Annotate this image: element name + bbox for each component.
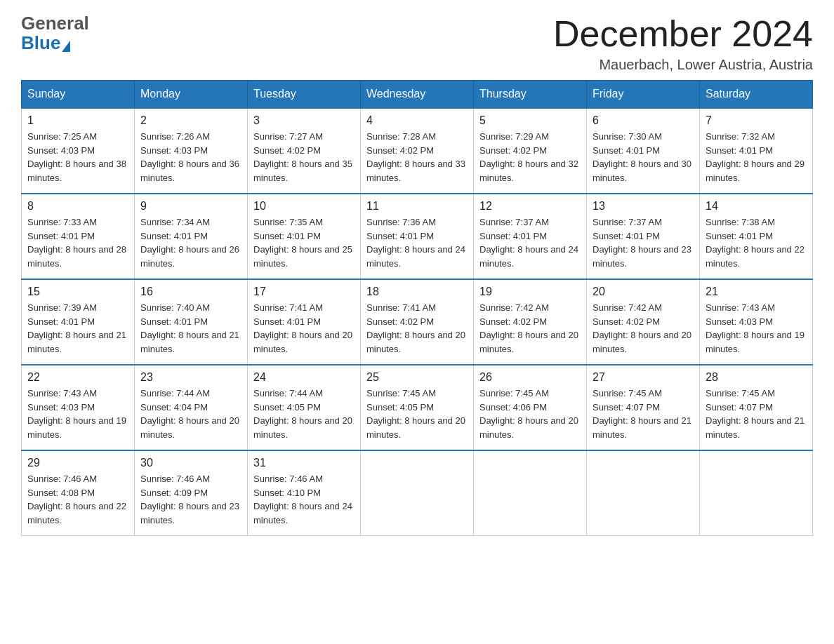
calendar-cell: 15 Sunrise: 7:39 AM Sunset: 4:01 PM Dayl…: [22, 279, 135, 365]
day-info: Sunrise: 7:45 AM Sunset: 4:05 PM Dayligh…: [366, 387, 468, 441]
sunrise-label: Sunrise: 7:43 AM: [27, 388, 97, 398]
calendar-cell: 4 Sunrise: 7:28 AM Sunset: 4:02 PM Dayli…: [361, 108, 474, 194]
sunset-label: Sunset: 4:01 PM: [140, 316, 208, 327]
logo-line1: General: [21, 14, 89, 32]
day-number: 29: [27, 457, 128, 469]
day-info: Sunrise: 7:46 AM Sunset: 4:08 PM Dayligh…: [27, 472, 128, 527]
sunset-label: Sunset: 4:09 PM: [140, 488, 208, 498]
sunset-label: Sunset: 4:01 PM: [253, 316, 321, 327]
day-number: 11: [366, 200, 468, 213]
sunset-label: Sunset: 4:05 PM: [253, 402, 321, 412]
daylight-label: Daylight: 8 hours and 19 minutes.: [706, 330, 805, 354]
day-info: Sunrise: 7:32 AM Sunset: 4:01 PM Dayligh…: [706, 130, 807, 185]
sunrise-label: Sunrise: 7:29 AM: [479, 131, 549, 142]
day-number: 21: [706, 286, 807, 298]
sunrise-label: Sunrise: 7:32 AM: [706, 131, 775, 142]
sunset-label: Sunset: 4:01 PM: [27, 231, 95, 241]
daylight-label: Daylight: 8 hours and 28 minutes.: [27, 244, 126, 269]
day-info: Sunrise: 7:25 AM Sunset: 4:03 PM Dayligh…: [27, 130, 128, 185]
sunset-label: Sunset: 4:01 PM: [593, 231, 660, 241]
logo-line2: Blue: [21, 34, 89, 52]
calendar-cell: 3 Sunrise: 7:27 AM Sunset: 4:02 PM Dayli…: [248, 108, 361, 194]
sunrise-label: Sunrise: 7:26 AM: [140, 131, 210, 142]
sunrise-label: Sunrise: 7:45 AM: [366, 388, 436, 398]
calendar-week-row: 1 Sunrise: 7:25 AM Sunset: 4:03 PM Dayli…: [22, 108, 813, 194]
sunset-label: Sunset: 4:07 PM: [706, 402, 773, 412]
logo-triangle-icon: [62, 41, 70, 52]
calendar-cell: [700, 450, 813, 536]
header-friday: Friday: [587, 81, 700, 109]
day-info: Sunrise: 7:45 AM Sunset: 4:06 PM Dayligh…: [479, 387, 581, 441]
header-thursday: Thursday: [474, 81, 587, 109]
sunrise-label: Sunrise: 7:43 AM: [706, 302, 775, 313]
calendar-cell: 14 Sunrise: 7:38 AM Sunset: 4:01 PM Dayl…: [700, 194, 813, 279]
sunrise-label: Sunrise: 7:42 AM: [593, 302, 662, 313]
sunset-label: Sunset: 4:08 PM: [27, 488, 95, 498]
sunrise-label: Sunrise: 7:46 AM: [253, 474, 323, 484]
calendar-week-row: 8 Sunrise: 7:33 AM Sunset: 4:01 PM Dayli…: [22, 194, 813, 279]
calendar-table: Sunday Monday Tuesday Wednesday Thursday…: [21, 80, 813, 536]
calendar-cell: 27 Sunrise: 7:45 AM Sunset: 4:07 PM Dayl…: [587, 365, 700, 450]
day-info: Sunrise: 7:39 AM Sunset: 4:01 PM Dayligh…: [27, 301, 128, 356]
day-number: 26: [479, 371, 581, 384]
day-info: Sunrise: 7:45 AM Sunset: 4:07 PM Dayligh…: [593, 387, 694, 441]
day-number: 27: [593, 371, 694, 384]
sunset-label: Sunset: 4:01 PM: [706, 231, 773, 241]
calendar-cell: 8 Sunrise: 7:33 AM Sunset: 4:01 PM Dayli…: [22, 194, 135, 279]
day-info: Sunrise: 7:45 AM Sunset: 4:07 PM Dayligh…: [706, 387, 807, 441]
day-info: Sunrise: 7:42 AM Sunset: 4:02 PM Dayligh…: [593, 301, 694, 356]
day-number: 15: [27, 286, 128, 298]
day-number: 18: [366, 286, 468, 298]
daylight-label: Daylight: 8 hours and 21 minutes.: [27, 330, 126, 354]
sunrise-label: Sunrise: 7:34 AM: [140, 217, 210, 227]
day-info: Sunrise: 7:33 AM Sunset: 4:01 PM Dayligh…: [27, 215, 128, 270]
sunset-label: Sunset: 4:02 PM: [253, 145, 321, 156]
daylight-label: Daylight: 8 hours and 20 minutes.: [253, 415, 352, 440]
daylight-label: Daylight: 8 hours and 30 minutes.: [593, 159, 691, 183]
day-number: 30: [140, 457, 241, 469]
calendar-cell: 18 Sunrise: 7:41 AM Sunset: 4:02 PM Dayl…: [361, 279, 474, 365]
day-info: Sunrise: 7:30 AM Sunset: 4:01 PM Dayligh…: [593, 130, 694, 185]
sunrise-label: Sunrise: 7:45 AM: [593, 388, 662, 398]
daylight-label: Daylight: 8 hours and 20 minutes.: [479, 330, 578, 354]
sunrise-label: Sunrise: 7:37 AM: [593, 217, 662, 227]
day-info: Sunrise: 7:44 AM Sunset: 4:04 PM Dayligh…: [140, 387, 241, 441]
calendar-cell: 2 Sunrise: 7:26 AM Sunset: 4:03 PM Dayli…: [135, 108, 248, 194]
calendar-cell: 28 Sunrise: 7:45 AM Sunset: 4:07 PM Dayl…: [700, 365, 813, 450]
day-info: Sunrise: 7:34 AM Sunset: 4:01 PM Dayligh…: [140, 215, 241, 270]
calendar-cell: [587, 450, 700, 536]
sunrise-label: Sunrise: 7:30 AM: [593, 131, 662, 142]
sunset-label: Sunset: 4:05 PM: [366, 402, 434, 412]
sunrise-label: Sunrise: 7:27 AM: [253, 131, 323, 142]
daylight-label: Daylight: 8 hours and 19 minutes.: [27, 415, 126, 440]
daylight-label: Daylight: 8 hours and 24 minutes.: [479, 244, 578, 269]
weekday-header-row: Sunday Monday Tuesday Wednesday Thursday…: [22, 81, 813, 109]
header-sunday: Sunday: [22, 81, 135, 109]
sunrise-label: Sunrise: 7:45 AM: [706, 388, 775, 398]
daylight-label: Daylight: 8 hours and 23 minutes.: [593, 244, 691, 269]
daylight-label: Daylight: 8 hours and 25 minutes.: [253, 244, 352, 269]
sunset-label: Sunset: 4:03 PM: [27, 145, 95, 156]
calendar-cell: 7 Sunrise: 7:32 AM Sunset: 4:01 PM Dayli…: [700, 108, 813, 194]
sunrise-label: Sunrise: 7:35 AM: [253, 217, 323, 227]
sunset-label: Sunset: 4:02 PM: [479, 316, 547, 327]
day-number: 13: [593, 200, 694, 213]
day-info: Sunrise: 7:37 AM Sunset: 4:01 PM Dayligh…: [479, 215, 581, 270]
day-info: Sunrise: 7:46 AM Sunset: 4:09 PM Dayligh…: [140, 472, 241, 527]
calendar-week-row: 22 Sunrise: 7:43 AM Sunset: 4:03 PM Dayl…: [22, 365, 813, 450]
calendar-cell: 26 Sunrise: 7:45 AM Sunset: 4:06 PM Dayl…: [474, 365, 587, 450]
day-number: 16: [140, 286, 241, 298]
sunrise-label: Sunrise: 7:46 AM: [140, 474, 210, 484]
daylight-label: Daylight: 8 hours and 22 minutes.: [27, 501, 126, 525]
daylight-label: Daylight: 8 hours and 23 minutes.: [140, 501, 239, 525]
sunset-label: Sunset: 4:01 PM: [27, 316, 95, 327]
daylight-label: Daylight: 8 hours and 29 minutes.: [706, 159, 805, 183]
calendar-cell: 5 Sunrise: 7:29 AM Sunset: 4:02 PM Dayli…: [474, 108, 587, 194]
sunset-label: Sunset: 4:01 PM: [140, 231, 208, 241]
calendar-cell: 9 Sunrise: 7:34 AM Sunset: 4:01 PM Dayli…: [135, 194, 248, 279]
calendar-cell: 20 Sunrise: 7:42 AM Sunset: 4:02 PM Dayl…: [587, 279, 700, 365]
day-info: Sunrise: 7:46 AM Sunset: 4:10 PM Dayligh…: [253, 472, 355, 527]
calendar-cell: 25 Sunrise: 7:45 AM Sunset: 4:05 PM Dayl…: [361, 365, 474, 450]
day-number: 23: [140, 371, 241, 384]
calendar-cell: [361, 450, 474, 536]
